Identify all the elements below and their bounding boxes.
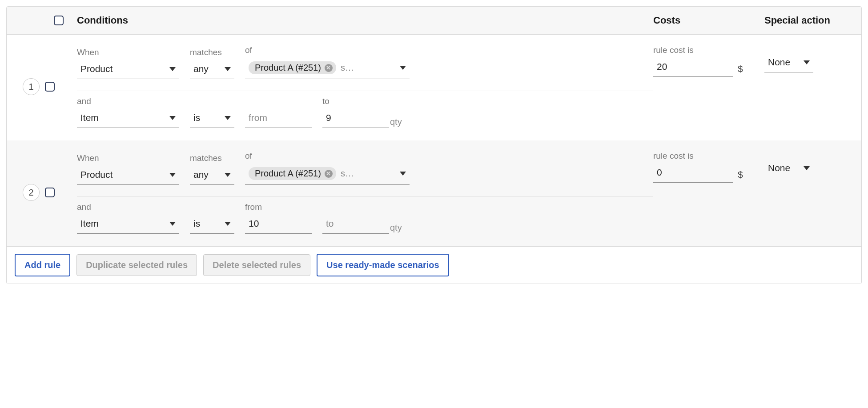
- from-group: [245, 96, 312, 128]
- chevron-down-icon: [804, 60, 810, 64]
- when-entity-value: Product: [80, 169, 113, 180]
- matches-label: matches: [190, 48, 222, 57]
- header-special: Special action: [764, 15, 853, 26]
- rule-row: 2 When Product matches any: [7, 140, 861, 246]
- chevron-down-icon: [225, 67, 231, 71]
- rule-special: None: [764, 45, 853, 128]
- when-entity-select[interactable]: Product: [77, 166, 179, 185]
- rule-checkbox[interactable]: [45, 188, 55, 197]
- rules-panel: Conditions Costs Special action 1 When P…: [6, 6, 862, 284]
- matches-group: matches any: [190, 48, 234, 79]
- to-group: qty: [322, 202, 402, 234]
- condition-divider: [77, 91, 653, 91]
- header-row: Conditions Costs Special action: [7, 7, 861, 35]
- and-entity-select[interactable]: Item: [77, 109, 179, 128]
- product-tag-select[interactable]: Product A (#251) ✕ s…: [245, 58, 410, 79]
- from-label: from: [245, 202, 262, 212]
- special-action-select[interactable]: None: [764, 159, 813, 178]
- header-costs: Costs: [653, 15, 764, 26]
- when-entity-select[interactable]: Product: [77, 60, 179, 79]
- add-rule-button[interactable]: Add rule: [15, 254, 70, 276]
- select-all-checkbox[interactable]: [54, 16, 64, 25]
- from-input[interactable]: [245, 215, 312, 234]
- cost-label: rule cost is: [653, 45, 694, 55]
- chevron-down-icon: [169, 222, 176, 226]
- chevron-down-icon: [225, 173, 231, 177]
- matches-select[interactable]: any: [190, 60, 234, 79]
- to-input[interactable]: [322, 109, 389, 128]
- condition-line-when: When Product matches any: [77, 45, 653, 79]
- matches-value: any: [193, 169, 209, 180]
- page: Conditions Costs Special action 1 When P…: [0, 0, 868, 290]
- and-op-value: is: [193, 218, 200, 229]
- chevron-down-icon: [225, 116, 231, 120]
- delete-rules-button[interactable]: Delete selected rules: [203, 254, 310, 276]
- special-action-value: None: [768, 57, 790, 68]
- cost-label: rule cost is: [653, 151, 694, 161]
- rule-row: 1 When Product matches any: [7, 35, 861, 140]
- special-action-value: None: [768, 163, 790, 173]
- to-wrap: qty: [322, 109, 402, 128]
- qty-suffix: qty: [390, 223, 402, 233]
- header-conditions: Conditions: [77, 15, 653, 26]
- rule-costs: rule cost is $: [653, 45, 764, 128]
- to-input[interactable]: [322, 215, 389, 234]
- chevron-down-icon: [225, 222, 231, 226]
- and-label: and: [77, 202, 91, 212]
- when-group: When Product: [77, 153, 179, 185]
- rule-costs: rule cost is $: [653, 151, 764, 234]
- product-tag-text: Product A (#251): [255, 63, 321, 73]
- remove-tag-button[interactable]: ✕: [325, 170, 333, 178]
- matches-label: matches: [190, 153, 222, 163]
- to-label-spacer: [322, 202, 325, 212]
- chevron-down-icon: [804, 166, 810, 170]
- currency-label: $: [738, 169, 743, 180]
- product-tag-select[interactable]: Product A (#251) ✕ s…: [245, 164, 410, 185]
- to-group: to qty: [322, 96, 402, 128]
- cost-row: $: [653, 58, 743, 77]
- matches-group: matches any: [190, 153, 234, 185]
- cost-row: $: [653, 164, 743, 183]
- when-group: When Product: [77, 48, 179, 79]
- rule-special: None: [764, 151, 853, 234]
- matches-value: any: [193, 64, 209, 74]
- currency-label: $: [738, 64, 743, 74]
- cost-input[interactable]: [653, 164, 733, 183]
- and-entity-select[interactable]: Item: [77, 215, 179, 234]
- and-entity-value: Item: [80, 218, 99, 229]
- chevron-down-icon: [169, 67, 176, 71]
- matches-select[interactable]: any: [190, 166, 234, 185]
- chevron-down-icon: [400, 172, 406, 176]
- and-label: and: [77, 96, 91, 106]
- duplicate-rules-button[interactable]: Duplicate selected rules: [76, 254, 197, 276]
- and-group: and Item: [77, 96, 179, 128]
- rule-conditions: When Product matches any: [77, 151, 653, 234]
- tag-placeholder: s…: [341, 63, 358, 73]
- rule-left: 2: [15, 151, 77, 234]
- and-entity-value: Item: [80, 112, 99, 123]
- rule-conditions: When Product matches any: [77, 45, 653, 128]
- and-op-group: is: [190, 202, 234, 234]
- remove-tag-button[interactable]: ✕: [325, 64, 333, 72]
- from-input[interactable]: [245, 109, 312, 128]
- to-wrap: qty: [322, 215, 402, 234]
- use-scenarios-button[interactable]: Use ready-made scenarios: [317, 254, 449, 276]
- special-action-select[interactable]: None: [764, 53, 813, 72]
- rule-checkbox[interactable]: [45, 82, 55, 92]
- and-op-value: is: [193, 112, 200, 123]
- from-group: from: [245, 202, 312, 234]
- qty-suffix: qty: [390, 117, 402, 127]
- condition-line-and: and Item is from: [77, 202, 653, 234]
- condition-divider: [77, 196, 653, 197]
- condition-line-and: and Item is: [77, 96, 653, 128]
- and-group: and Item: [77, 202, 179, 234]
- header-left: [15, 16, 77, 25]
- and-op-select[interactable]: is: [190, 109, 234, 128]
- rule-number: 1: [23, 78, 40, 95]
- from-label-spacer: [245, 96, 247, 106]
- and-op-select[interactable]: is: [190, 215, 234, 234]
- rule-left: 1: [15, 45, 77, 128]
- and-op-group: is: [190, 96, 234, 128]
- rule-number: 2: [23, 184, 40, 201]
- cost-input[interactable]: [653, 58, 733, 77]
